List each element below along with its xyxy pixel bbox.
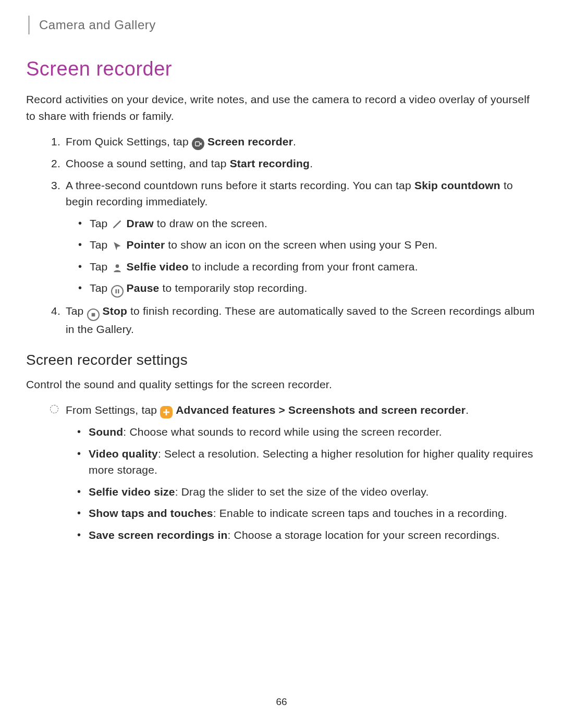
settings-from-pre: From Settings, tap bbox=[66, 404, 160, 416]
screen-recorder-icon bbox=[192, 138, 204, 150]
svg-point-1 bbox=[115, 264, 119, 268]
settings-list: From Settings, tap Advanced features > S… bbox=[26, 402, 537, 543]
opt-sound-bold: Sound bbox=[89, 426, 123, 438]
page-number: 66 bbox=[276, 695, 287, 710]
settings-intro: Control the sound and quality settings f… bbox=[26, 376, 537, 393]
sub-draw-post: to draw on the screen. bbox=[154, 217, 267, 229]
settings-from: From Settings, tap Advanced features > S… bbox=[51, 402, 537, 543]
sub-draw: Tap Draw to draw on the screen. bbox=[78, 215, 537, 232]
step-2: Choose a sound setting, and tap Start re… bbox=[64, 155, 537, 172]
sub-pointer: Tap Pointer to show an icon on the scree… bbox=[78, 237, 537, 253]
opt-video: Video quality: Select a resolution. Sele… bbox=[77, 446, 537, 478]
opt-sound: Sound: Choose what sounds to record whil… bbox=[77, 424, 537, 440]
sub-selfie-pre: Tap bbox=[90, 261, 111, 273]
stop-icon bbox=[87, 309, 100, 321]
step-4: Tap Stop to finish recording. These are … bbox=[64, 303, 537, 338]
step-1-bold: Screen recorder bbox=[207, 135, 293, 147]
step-1-post: . bbox=[293, 135, 296, 147]
step-2-bold: Start recording bbox=[230, 157, 310, 169]
settings-from-bold1: Advanced features bbox=[176, 404, 275, 416]
page-title: Screen recorder bbox=[26, 54, 537, 84]
sub-draw-bold: Draw bbox=[127, 217, 154, 229]
sub-pause-post: to temporarily stop recording. bbox=[159, 282, 307, 294]
step-2-pre: Choose a sound setting, and tap bbox=[66, 157, 230, 169]
sub-draw-pre: Tap bbox=[90, 217, 111, 229]
step-3-sublist: Tap Draw to draw on the screen. Tap Poin… bbox=[66, 215, 537, 298]
sub-pointer-post: to show an icon on the screen when using… bbox=[165, 239, 437, 251]
steps-list: From Quick Settings, tap Screen recorder… bbox=[26, 133, 537, 338]
advanced-features-icon bbox=[160, 406, 173, 418]
sub-pause-pre: Tap bbox=[90, 282, 111, 294]
sub-pointer-bold: Pointer bbox=[127, 239, 165, 251]
svg-rect-2 bbox=[115, 289, 117, 293]
step-1-pre: From Quick Settings, tap bbox=[66, 135, 192, 147]
step-2-post: . bbox=[310, 157, 313, 169]
step-4-post: to finish recording. These are automatic… bbox=[66, 305, 535, 335]
opt-taps-bold: Show taps and touches bbox=[89, 507, 213, 519]
sub-selfie-bold: Selfie video bbox=[127, 261, 189, 273]
opt-selfie-post: : Drag the slider to set the size of the… bbox=[175, 486, 429, 498]
opt-selfie-bold: Selfie video size bbox=[89, 486, 175, 498]
opt-save-post: : Choose a storage location for your scr… bbox=[227, 529, 499, 541]
settings-options: Sound: Choose what sounds to record whil… bbox=[66, 424, 537, 543]
settings-heading: Screen recorder settings bbox=[26, 349, 537, 371]
step-3-bold: Skip countdown bbox=[414, 179, 500, 191]
step-4-pre: Tap bbox=[66, 305, 87, 317]
opt-save: Save screen recordings in: Choose a stor… bbox=[77, 527, 537, 544]
svg-rect-3 bbox=[118, 289, 119, 293]
sub-selfie: Tap Selfie video to include a recording … bbox=[78, 258, 537, 275]
sub-pause-bold: Pause bbox=[127, 282, 160, 294]
draw-icon bbox=[111, 218, 124, 230]
settings-from-bold2: Screenshots and screen recorder bbox=[288, 404, 466, 416]
sub-selfie-post: to include a recording from your front c… bbox=[189, 261, 418, 273]
selfie-icon bbox=[111, 262, 124, 274]
settings-from-gt: > bbox=[276, 404, 289, 416]
sub-pause: Tap Pause to temporarily stop recording. bbox=[78, 280, 537, 298]
opt-save-bold: Save screen recordings in bbox=[89, 529, 227, 541]
opt-taps: Show taps and touches: Enable to indicat… bbox=[77, 505, 537, 522]
opt-selfie: Selfie video size: Drag the slider to se… bbox=[77, 484, 537, 500]
svg-rect-4 bbox=[91, 313, 95, 317]
step-1: From Quick Settings, tap Screen recorder… bbox=[64, 133, 537, 150]
opt-video-bold: Video quality bbox=[89, 448, 158, 460]
breadcrumb-wrap: Camera and Gallery bbox=[28, 16, 537, 34]
pause-icon bbox=[111, 285, 124, 298]
svg-rect-6 bbox=[163, 412, 169, 413]
opt-sound-post: : Choose what sounds to record while usi… bbox=[123, 426, 442, 438]
settings-from-post: . bbox=[466, 404, 469, 416]
breadcrumb: Camera and Gallery bbox=[39, 16, 537, 34]
opt-taps-post: : Enable to indicate screen taps and tou… bbox=[213, 507, 507, 519]
svg-rect-0 bbox=[195, 142, 200, 146]
step-3-pre: A three-second countdown runs before it … bbox=[66, 179, 414, 191]
step-4-bold: Stop bbox=[103, 305, 127, 317]
step-3: A three-second countdown runs before it … bbox=[64, 177, 537, 298]
sub-pointer-pre: Tap bbox=[90, 239, 111, 251]
pointer-icon bbox=[111, 240, 124, 252]
intro-paragraph: Record activities on your device, write … bbox=[26, 91, 537, 124]
